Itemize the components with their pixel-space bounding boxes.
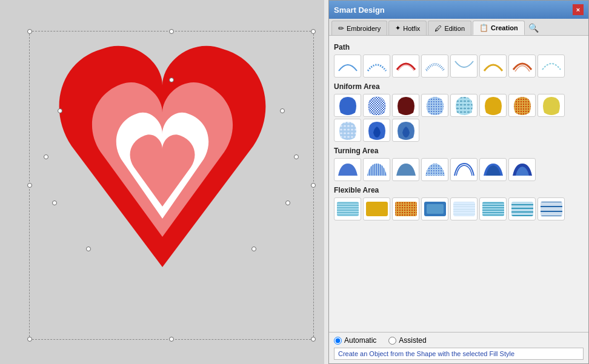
ua-item-1[interactable] (334, 94, 361, 117)
ua-item-7[interactable] (508, 94, 536, 117)
turning-items-row (334, 158, 584, 181)
path-items-row (334, 55, 584, 78)
hotfix-tab-icon: ✦ (395, 24, 401, 32)
path-item-7[interactable] (508, 55, 536, 78)
panel-footer: Automatic Assisted Create an Object from… (329, 332, 588, 363)
path-item-3[interactable] (392, 55, 419, 78)
svg-rect-17 (366, 202, 388, 216)
tab-embroidery[interactable]: ✏ Embroidery (331, 21, 387, 35)
ta-item-4[interactable] (421, 158, 448, 181)
edition-tab-label: Edition (444, 25, 465, 32)
flexible-items-row (334, 197, 584, 220)
section-uniform-label: Uniform Area (334, 82, 584, 91)
radio-automatic[interactable]: Automatic (334, 336, 376, 345)
embroidery-tab-label: Embroidery (347, 25, 381, 32)
creation-tab-icon: 📋 (479, 24, 488, 32)
status-text: Create an Object from the Shape with the… (334, 348, 584, 360)
ua-item-8[interactable] (537, 94, 565, 117)
section-turning-label: Turning Area (334, 147, 584, 155)
ua-item-3[interactable] (392, 94, 419, 117)
misc-search-icon[interactable]: 🔍 (528, 21, 539, 35)
svg-rect-22 (427, 204, 444, 214)
panel-close-button[interactable]: × (573, 4, 584, 15)
ta-item-1[interactable] (334, 158, 361, 181)
ta-item-2[interactable] (363, 158, 390, 181)
fa-item-6[interactable] (479, 197, 507, 220)
svg-rect-27 (482, 202, 504, 216)
panel-titlebar: Smart Design × (329, 1, 588, 19)
ta-item-6[interactable] (479, 158, 507, 181)
fa-item-4[interactable] (421, 197, 448, 220)
fa-item-1[interactable] (334, 197, 361, 220)
fa-item-5[interactable] (450, 197, 478, 220)
panel-title: Smart Design (334, 5, 385, 15)
svg-rect-33 (541, 202, 562, 216)
tab-hotfix[interactable]: ✦ Hotfix (388, 21, 427, 35)
radio-assisted-input[interactable] (388, 337, 396, 345)
ua-item-2[interactable] (363, 94, 390, 117)
heart-container (11, 13, 314, 352)
section-flexible-label: Flexible Area (334, 186, 584, 194)
section-path-label: Path (334, 43, 584, 51)
panel-tabs: ✏ Embroidery ✦ Hotfix 🖊 Edition 📋 Creati… (329, 19, 588, 36)
tab-creation[interactable]: 📋 Creation (473, 21, 525, 35)
ua-item-11[interactable] (392, 119, 419, 142)
creation-tab-label: Creation (491, 24, 518, 31)
ua-item-6[interactable] (479, 94, 507, 117)
ta-item-5[interactable] (450, 158, 478, 181)
hotfix-tab-label: Hotfix (403, 25, 420, 32)
fa-item-7[interactable] (508, 197, 536, 220)
svg-rect-23 (453, 202, 475, 216)
uniform-items-row (334, 94, 584, 142)
ta-item-3[interactable] (392, 158, 419, 181)
embroidery-tab-icon: ✏ (338, 24, 344, 33)
radio-automatic-label: Automatic (344, 336, 376, 345)
panel-content: Path (329, 36, 588, 332)
path-item-4[interactable] (421, 55, 448, 78)
svg-rect-14 (337, 202, 359, 216)
radio-assisted-label: Assisted (399, 336, 426, 345)
ua-item-9[interactable] (334, 119, 361, 142)
smart-design-panel: Smart Design × ✏ Embroidery ✦ Hotfix 🖊 E… (328, 0, 589, 364)
path-item-2[interactable] (363, 55, 390, 78)
svg-rect-18 (395, 202, 417, 216)
fa-item-2[interactable] (363, 197, 390, 220)
canvas-area (0, 0, 324, 364)
ua-item-10[interactable] (363, 119, 390, 142)
radio-assisted[interactable]: Assisted (388, 336, 426, 345)
tab-edition[interactable]: 🖊 Edition (428, 21, 471, 35)
hearts-svg (11, 13, 314, 352)
radio-options-row: Automatic Assisted (334, 336, 584, 345)
ua-item-5[interactable] (450, 94, 478, 117)
svg-rect-30 (511, 202, 533, 216)
fa-item-3[interactable] (392, 197, 419, 220)
path-item-8[interactable] (537, 55, 565, 78)
path-item-1[interactable] (334, 55, 361, 78)
radio-automatic-input[interactable] (334, 337, 342, 345)
ua-item-4[interactable] (421, 94, 448, 117)
edition-tab-icon: 🖊 (434, 24, 442, 33)
fa-item-8[interactable] (537, 197, 565, 220)
path-item-6[interactable] (479, 55, 507, 78)
ta-item-7[interactable] (508, 158, 536, 181)
path-item-5[interactable] (450, 55, 478, 78)
